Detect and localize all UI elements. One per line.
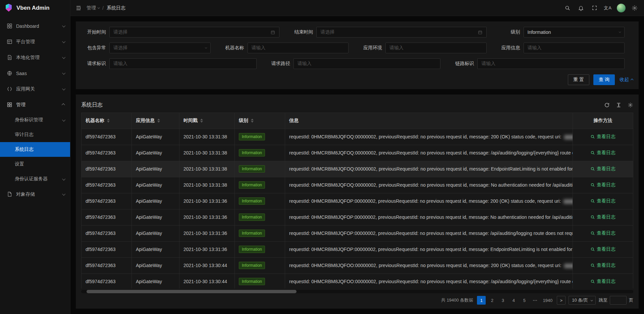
sidebar-item-management[interactable]: 管理 [0,97,70,113]
column-header-app[interactable]: 应用信息 [132,113,179,129]
level-cell: Information [235,193,285,209]
sidebar-item-dashboard[interactable]: Dashboard [0,18,70,34]
filter-value: Information [528,29,617,35]
level-badge: Information [239,133,265,140]
sidebar-item-label: 平台管理 [16,39,62,45]
app-logo[interactable]: Vben Admin [0,0,70,16]
column-header-action: 操作方法 [573,113,633,129]
view-log-link[interactable]: 查看日志 [590,262,615,268]
redacted-text [564,264,573,268]
magnifier-icon [590,231,595,236]
sidebar-item-system-logs[interactable]: 系统日志 [0,142,70,157]
app-cell: ApiGateWay [132,225,179,241]
filter-request-path-input[interactable]: 请输入 [293,58,441,69]
filter-end-time-datepicker[interactable]: 请选择 [316,27,486,38]
breadcrumb-current: 系统日志 [107,5,125,11]
search-icon[interactable] [561,0,574,16]
sidebar-item-localization[interactable]: 本地化管理 [0,50,70,65]
filter-machine-name-input[interactable]: 请输入 [248,43,349,53]
filter-trace-id-input[interactable]: 请输入 [477,58,625,69]
filter-start-time-datepicker[interactable]: 请选择 [109,27,279,38]
view-log-link[interactable]: 查看日志 [590,278,615,285]
sort-carets-icon [200,119,203,123]
column-settings-icon[interactable] [628,102,633,108]
collapse-filters-link[interactable]: 收起 [620,77,633,83]
level-cell: Information [235,209,285,225]
pagination-page-2[interactable]: 2 [488,296,496,305]
filter-include-exception-select[interactable]: 请选择 [109,43,211,53]
sidebar-item-audit-logs[interactable]: 审计日志 [0,127,70,142]
sidebar-collapse-button[interactable] [72,0,85,16]
fullscreen-icon[interactable] [588,0,601,16]
filter-label: 结束时间 [288,29,316,35]
sidebar-item-platform[interactable]: 平台管理 [0,34,70,50]
level-cell: Information [235,177,285,193]
view-log-link[interactable]: 查看日志 [590,150,615,156]
filter-app-info-input[interactable]: 请输入 [524,43,625,53]
column-header-level[interactable]: 级别 [235,113,285,129]
chevron-down-icon [62,71,65,75]
pagination-page-4[interactable]: 4 [509,296,518,305]
sidebar-item-settings[interactable]: 设置 [0,157,70,172]
column-height-icon[interactable] [616,102,622,108]
column-header-machine[interactable]: 机器名称 [82,113,132,129]
view-log-link[interactable]: 查看日志 [590,230,615,236]
main-area: 管理 / 系统日志 文A [70,0,644,314]
filter-level-select[interactable]: Information [524,27,625,38]
notification-bell-icon[interactable] [574,0,588,16]
pagination-page-3[interactable]: 3 [498,296,507,305]
view-log-link[interactable]: 查看日志 [590,246,615,252]
level-badge: Information [239,165,265,173]
action-cell: 查看日志 [573,177,633,193]
page-jump-input[interactable] [610,296,627,305]
action-cell: 查看日志 [573,129,633,145]
timestamp-cell: 2021-10-30 13:31:38 [179,145,235,161]
pagination-page-1940[interactable]: 1940 [541,296,554,305]
refresh-icon[interactable] [604,102,610,108]
view-log-label: 查看日志 [597,166,615,172]
system-logs-table: 机器名称应用信息时间戳级别信息操作方法 df5974d72363ApiGateW… [81,113,633,289]
chevron-down-icon [205,47,207,49]
breadcrumb-parent[interactable]: 管理 [87,5,99,11]
magnifier-icon [590,183,595,187]
sidebar-item-gateway[interactable]: 应用网关 [0,81,70,97]
level-badge: Information [239,262,265,269]
view-log-label: 查看日志 [597,278,615,285]
column-header-label: 操作方法 [594,118,612,123]
sidebar-item-saas[interactable]: Saas [0,65,70,81]
app-cell: ApiGateWay [132,257,179,273]
page-size-label: 10 条/页 [572,297,588,303]
user-avatar[interactable] [614,0,628,16]
gateway-icon [7,86,13,92]
pagination-page-1[interactable]: 1 [477,296,486,305]
reset-button[interactable]: 重 置 [568,74,589,85]
view-log-link[interactable]: 查看日志 [590,198,615,204]
translate-icon[interactable]: 文A [601,0,614,16]
query-button[interactable]: 查 询 [593,74,615,85]
filter-request-id-input[interactable]: 请输入 [109,58,257,69]
sidebar-item-object-storage[interactable]: 对象存储 [0,186,70,202]
view-log-link[interactable]: 查看日志 [590,214,615,220]
pagination-next-button[interactable]: > [557,296,566,305]
pagination-page-5[interactable]: 5 [520,296,529,305]
view-log-link[interactable]: 查看日志 [590,166,615,172]
table-header-row: 机器名称应用信息时间戳级别信息操作方法 [82,113,633,129]
topbar-actions: 文A [561,0,641,16]
sidebar-item-auth-server[interactable]: 身份认证服务器 [0,172,70,186]
view-log-link[interactable]: 查看日志 [590,182,615,188]
jump-suffix-label: 页 [629,297,633,303]
view-log-link[interactable]: 查看日志 [590,134,615,140]
message-cell: requestId: 0HMCRBM8JQFOO:00000002, previ… [285,273,573,289]
sidebar-item-identity-management[interactable]: 身份标识管理 [0,113,70,127]
filter-app-env-input[interactable]: 请输入 [385,43,487,53]
page-size-select[interactable]: 10 条/页 [569,296,596,305]
breadcrumb-parent-label: 管理 [87,5,96,11]
scrollbar-thumb[interactable] [87,290,296,293]
storage-icon [7,191,13,197]
filter-item-app-env: 应用环境请输入 [357,43,495,53]
horizontal-scrollbar[interactable] [81,290,633,293]
settings-gear-icon[interactable] [628,0,641,16]
message-cell: requestId: 0HMCRBM8JQFOQ:00000002, previ… [285,177,573,193]
column-header-timestamp[interactable]: 时间戳 [179,113,235,129]
column-header-message: 信息 [285,113,573,129]
